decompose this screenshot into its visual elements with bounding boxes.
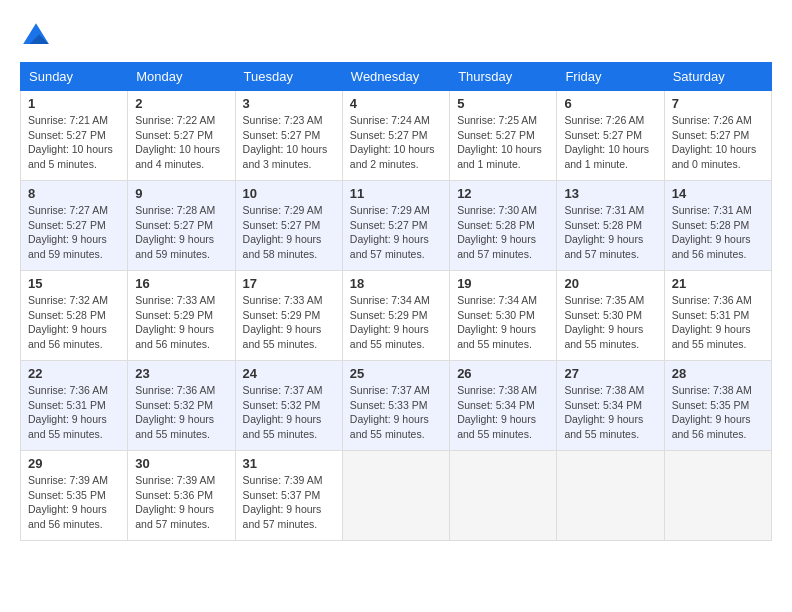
day-info: Sunrise: 7:36 AMSunset: 5:32 PMDaylight:…	[135, 383, 227, 442]
day-number: 11	[350, 186, 442, 201]
day-number: 6	[564, 96, 656, 111]
calendar-cell	[450, 451, 557, 541]
day-number: 5	[457, 96, 549, 111]
day-number: 17	[243, 276, 335, 291]
calendar-cell: 5Sunrise: 7:25 AMSunset: 5:27 PMDaylight…	[450, 91, 557, 181]
day-number: 22	[28, 366, 120, 381]
day-info: Sunrise: 7:38 AMSunset: 5:35 PMDaylight:…	[672, 383, 764, 442]
week-row-4: 22Sunrise: 7:36 AMSunset: 5:31 PMDayligh…	[21, 361, 772, 451]
day-number: 10	[243, 186, 335, 201]
day-info: Sunrise: 7:24 AMSunset: 5:27 PMDaylight:…	[350, 113, 442, 172]
calendar-cell: 21Sunrise: 7:36 AMSunset: 5:31 PMDayligh…	[664, 271, 771, 361]
calendar-cell: 24Sunrise: 7:37 AMSunset: 5:32 PMDayligh…	[235, 361, 342, 451]
day-info: Sunrise: 7:22 AMSunset: 5:27 PMDaylight:…	[135, 113, 227, 172]
calendar-cell: 11Sunrise: 7:29 AMSunset: 5:27 PMDayligh…	[342, 181, 449, 271]
day-number: 18	[350, 276, 442, 291]
day-number: 8	[28, 186, 120, 201]
day-number: 12	[457, 186, 549, 201]
day-info: Sunrise: 7:36 AMSunset: 5:31 PMDaylight:…	[28, 383, 120, 442]
day-number: 9	[135, 186, 227, 201]
day-number: 13	[564, 186, 656, 201]
day-number: 27	[564, 366, 656, 381]
header-day-wednesday: Wednesday	[342, 63, 449, 91]
day-number: 31	[243, 456, 335, 471]
week-row-3: 15Sunrise: 7:32 AMSunset: 5:28 PMDayligh…	[21, 271, 772, 361]
day-info: Sunrise: 7:26 AMSunset: 5:27 PMDaylight:…	[672, 113, 764, 172]
day-info: Sunrise: 7:31 AMSunset: 5:28 PMDaylight:…	[564, 203, 656, 262]
header-day-friday: Friday	[557, 63, 664, 91]
day-info: Sunrise: 7:37 AMSunset: 5:32 PMDaylight:…	[243, 383, 335, 442]
calendar-cell: 6Sunrise: 7:26 AMSunset: 5:27 PMDaylight…	[557, 91, 664, 181]
day-number: 7	[672, 96, 764, 111]
day-number: 20	[564, 276, 656, 291]
day-info: Sunrise: 7:31 AMSunset: 5:28 PMDaylight:…	[672, 203, 764, 262]
calendar-cell: 3Sunrise: 7:23 AMSunset: 5:27 PMDaylight…	[235, 91, 342, 181]
calendar-cell: 1Sunrise: 7:21 AMSunset: 5:27 PMDaylight…	[21, 91, 128, 181]
page-header	[20, 20, 772, 52]
calendar-cell: 10Sunrise: 7:29 AMSunset: 5:27 PMDayligh…	[235, 181, 342, 271]
header-day-sunday: Sunday	[21, 63, 128, 91]
day-number: 3	[243, 96, 335, 111]
calendar-header: SundayMondayTuesdayWednesdayThursdayFrid…	[21, 63, 772, 91]
calendar-cell: 25Sunrise: 7:37 AMSunset: 5:33 PMDayligh…	[342, 361, 449, 451]
day-info: Sunrise: 7:29 AMSunset: 5:27 PMDaylight:…	[243, 203, 335, 262]
calendar-cell: 28Sunrise: 7:38 AMSunset: 5:35 PMDayligh…	[664, 361, 771, 451]
calendar-cell: 9Sunrise: 7:28 AMSunset: 5:27 PMDaylight…	[128, 181, 235, 271]
day-info: Sunrise: 7:30 AMSunset: 5:28 PMDaylight:…	[457, 203, 549, 262]
calendar-cell: 31Sunrise: 7:39 AMSunset: 5:37 PMDayligh…	[235, 451, 342, 541]
calendar-cell: 4Sunrise: 7:24 AMSunset: 5:27 PMDaylight…	[342, 91, 449, 181]
day-info: Sunrise: 7:27 AMSunset: 5:27 PMDaylight:…	[28, 203, 120, 262]
calendar-body: 1Sunrise: 7:21 AMSunset: 5:27 PMDaylight…	[21, 91, 772, 541]
calendar-cell: 15Sunrise: 7:32 AMSunset: 5:28 PMDayligh…	[21, 271, 128, 361]
calendar-cell: 12Sunrise: 7:30 AMSunset: 5:28 PMDayligh…	[450, 181, 557, 271]
calendar-cell: 13Sunrise: 7:31 AMSunset: 5:28 PMDayligh…	[557, 181, 664, 271]
week-row-5: 29Sunrise: 7:39 AMSunset: 5:35 PMDayligh…	[21, 451, 772, 541]
calendar-cell: 18Sunrise: 7:34 AMSunset: 5:29 PMDayligh…	[342, 271, 449, 361]
day-info: Sunrise: 7:25 AMSunset: 5:27 PMDaylight:…	[457, 113, 549, 172]
logo-icon	[20, 20, 52, 52]
header-row: SundayMondayTuesdayWednesdayThursdayFrid…	[21, 63, 772, 91]
week-row-1: 1Sunrise: 7:21 AMSunset: 5:27 PMDaylight…	[21, 91, 772, 181]
calendar-cell	[342, 451, 449, 541]
day-info: Sunrise: 7:29 AMSunset: 5:27 PMDaylight:…	[350, 203, 442, 262]
calendar-cell: 7Sunrise: 7:26 AMSunset: 5:27 PMDaylight…	[664, 91, 771, 181]
day-info: Sunrise: 7:33 AMSunset: 5:29 PMDaylight:…	[135, 293, 227, 352]
day-number: 24	[243, 366, 335, 381]
calendar-cell: 14Sunrise: 7:31 AMSunset: 5:28 PMDayligh…	[664, 181, 771, 271]
day-info: Sunrise: 7:23 AMSunset: 5:27 PMDaylight:…	[243, 113, 335, 172]
day-info: Sunrise: 7:34 AMSunset: 5:30 PMDaylight:…	[457, 293, 549, 352]
header-day-monday: Monday	[128, 63, 235, 91]
day-info: Sunrise: 7:34 AMSunset: 5:29 PMDaylight:…	[350, 293, 442, 352]
day-info: Sunrise: 7:38 AMSunset: 5:34 PMDaylight:…	[564, 383, 656, 442]
day-number: 2	[135, 96, 227, 111]
calendar-cell: 27Sunrise: 7:38 AMSunset: 5:34 PMDayligh…	[557, 361, 664, 451]
day-info: Sunrise: 7:21 AMSunset: 5:27 PMDaylight:…	[28, 113, 120, 172]
day-number: 23	[135, 366, 227, 381]
day-number: 19	[457, 276, 549, 291]
calendar-cell: 16Sunrise: 7:33 AMSunset: 5:29 PMDayligh…	[128, 271, 235, 361]
day-number: 15	[28, 276, 120, 291]
day-number: 25	[350, 366, 442, 381]
calendar-cell	[557, 451, 664, 541]
day-number: 26	[457, 366, 549, 381]
day-info: Sunrise: 7:28 AMSunset: 5:27 PMDaylight:…	[135, 203, 227, 262]
day-number: 30	[135, 456, 227, 471]
day-number: 21	[672, 276, 764, 291]
day-info: Sunrise: 7:35 AMSunset: 5:30 PMDaylight:…	[564, 293, 656, 352]
calendar-cell: 26Sunrise: 7:38 AMSunset: 5:34 PMDayligh…	[450, 361, 557, 451]
day-info: Sunrise: 7:38 AMSunset: 5:34 PMDaylight:…	[457, 383, 549, 442]
header-day-tuesday: Tuesday	[235, 63, 342, 91]
day-number: 16	[135, 276, 227, 291]
day-info: Sunrise: 7:39 AMSunset: 5:37 PMDaylight:…	[243, 473, 335, 532]
calendar-cell: 30Sunrise: 7:39 AMSunset: 5:36 PMDayligh…	[128, 451, 235, 541]
calendar-cell	[664, 451, 771, 541]
header-day-saturday: Saturday	[664, 63, 771, 91]
calendar-cell: 2Sunrise: 7:22 AMSunset: 5:27 PMDaylight…	[128, 91, 235, 181]
logo	[20, 20, 56, 52]
calendar-table: SundayMondayTuesdayWednesdayThursdayFrid…	[20, 62, 772, 541]
day-info: Sunrise: 7:32 AMSunset: 5:28 PMDaylight:…	[28, 293, 120, 352]
day-info: Sunrise: 7:36 AMSunset: 5:31 PMDaylight:…	[672, 293, 764, 352]
day-info: Sunrise: 7:26 AMSunset: 5:27 PMDaylight:…	[564, 113, 656, 172]
day-info: Sunrise: 7:39 AMSunset: 5:35 PMDaylight:…	[28, 473, 120, 532]
calendar-cell: 20Sunrise: 7:35 AMSunset: 5:30 PMDayligh…	[557, 271, 664, 361]
